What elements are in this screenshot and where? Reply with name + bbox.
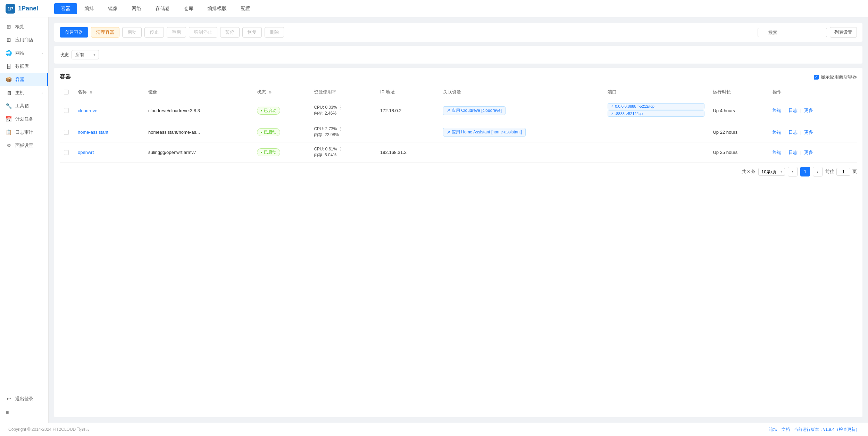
container-uptime-cell: Up 4 hours: [709, 99, 768, 122]
total-count: 共 3 条: [742, 168, 756, 175]
footer-link-docs[interactable]: 文档: [782, 427, 790, 433]
related-icon: ↗: [447, 130, 450, 135]
sidebar-item-host[interactable]: 🖥主机›: [0, 86, 48, 99]
action-sep-1: |: [784, 108, 785, 113]
nav-tab-template[interactable]: 编排模版: [201, 3, 233, 14]
name-sort-icon[interactable]: ⇅: [90, 90, 92, 94]
nav-tab-volume[interactable]: 存储卷: [149, 3, 176, 14]
resource-more-icon[interactable]: ⋮: [338, 126, 342, 131]
container-ip: 192.168.31.2: [380, 150, 407, 155]
sidebar-label-overview: 概览: [15, 24, 24, 30]
pause-button[interactable]: 暂停: [220, 27, 240, 38]
related-badge[interactable]: ↗应用 Cloudreve [cloudreve]: [443, 106, 506, 115]
container-uptime-cell: Up 25 hours: [709, 142, 768, 163]
container-name-link[interactable]: openwrt: [78, 150, 94, 155]
host-icon: 🖥: [6, 90, 12, 96]
prev-page-button[interactable]: ‹: [788, 167, 798, 176]
sidebar-label-website: 网站: [15, 50, 24, 56]
container-actions-cell: 终端 | 日志 | 更多: [768, 122, 857, 142]
row-checkbox[interactable]: [64, 108, 69, 113]
force-stop-button[interactable]: 强制停止: [189, 27, 217, 38]
row-checkbox[interactable]: [64, 150, 69, 155]
container-name-link[interactable]: home-assistant: [78, 130, 108, 135]
select-all-checkbox[interactable]: [64, 90, 69, 94]
sidebar-item-toolbox[interactable]: 🔧工具箱: [0, 99, 48, 113]
resource-more-icon[interactable]: ⋮: [338, 105, 342, 110]
show-appstore-toggle[interactable]: 显示应用商店容器: [814, 74, 857, 80]
page-1-button[interactable]: 1: [800, 167, 810, 176]
sidebar-item-container[interactable]: 📦容器: [0, 73, 48, 86]
sidebar-label-settings: 面板设置: [15, 142, 33, 149]
container-table: 名称 ⇅ 镜像 状态 ⇅ 资源使用率 IP 地址 关联资源 端口 运行时长 操作…: [60, 85, 857, 163]
col-ip: IP 地址: [376, 85, 439, 99]
row-checkbox[interactable]: [64, 130, 69, 135]
sidebar-item-audit[interactable]: 📋日志审计: [0, 126, 48, 139]
container-ports-cell: [603, 122, 709, 142]
resource-more-icon[interactable]: ⋮: [338, 147, 342, 151]
logo: 1P 1Panel: [6, 4, 54, 14]
goto-input[interactable]: [836, 168, 850, 176]
footer: Copyright © 2014-2024 FIT2CLOUD 飞致云 论坛文档…: [0, 423, 868, 436]
sidebar-label-container: 容器: [15, 76, 24, 83]
more-link[interactable]: 更多: [804, 107, 813, 114]
stop-button[interactable]: 停止: [144, 27, 164, 38]
nav-tab-config[interactable]: 配置: [234, 3, 257, 14]
more-link[interactable]: 更多: [804, 129, 813, 135]
nav-tab-network[interactable]: 网络: [125, 3, 148, 14]
footer-link-forum[interactable]: 论坛: [769, 427, 777, 433]
sidebar-item-appstore[interactable]: ⊞应用商店: [0, 33, 48, 47]
sidebar-item-logout[interactable]: ↩退出登录: [0, 392, 48, 405]
restore-button[interactable]: 恢复: [242, 27, 262, 38]
cpu-usage: CPU: 0.03% ⋮: [314, 105, 372, 110]
status-badge: 已启动: [257, 148, 280, 156]
task-icon: 📅: [6, 116, 12, 122]
create-container-button[interactable]: 创建容器: [60, 27, 88, 38]
start-button[interactable]: 启动: [122, 27, 142, 38]
status-sort-icon[interactable]: ⇅: [269, 90, 272, 94]
action-sep-1: |: [784, 150, 785, 155]
delete-button[interactable]: 删除: [265, 27, 284, 38]
list-settings-button[interactable]: 列表设置: [830, 27, 857, 38]
container-name-link[interactable]: cloudreve: [78, 108, 97, 113]
nav-tab-compose[interactable]: 编排: [78, 3, 101, 14]
cleanup-container-button[interactable]: 清理容器: [91, 27, 119, 38]
terminal-link[interactable]: 终端: [773, 149, 782, 156]
toolbar: 创建容器 清理容器 启动 停止 重启 强制停止 暂停 恢复 删除 🔍 列表设置: [54, 23, 862, 42]
restart-button[interactable]: 重启: [167, 27, 186, 38]
sidebar-item-overview[interactable]: ⊞概览: [0, 20, 48, 33]
sidebar-item-task[interactable]: 📅计划任务: [0, 113, 48, 126]
show-appstore-checkbox[interactable]: [814, 75, 819, 80]
page-size-select[interactable]: 10条/页20条/页50条/页: [758, 168, 785, 176]
goto-label: 前往: [825, 168, 834, 175]
footer-link-version[interactable]: 当前运行版本：v1.9.4（检查更新）: [794, 427, 860, 433]
logs-link[interactable]: 日志: [788, 149, 798, 156]
nav-tab-repo[interactable]: 仓库: [177, 3, 200, 14]
status-badge: 已启动: [257, 128, 280, 136]
main-layout: ⊞概览⊞应用商店🌐网站›🗄数据库📦容器🖥主机›🔧工具箱📅计划任务📋日志审计⚙面板…: [0, 17, 868, 423]
sidebar-item-database[interactable]: 🗄数据库: [0, 60, 48, 73]
more-link[interactable]: 更多: [804, 149, 813, 156]
status-filter-select[interactable]: 所有运行中已停止已暂停重启中: [72, 50, 99, 59]
sidebar-toggle-button[interactable]: ≡: [0, 405, 48, 420]
terminal-link[interactable]: 终端: [773, 107, 782, 114]
next-page-button[interactable]: ›: [813, 167, 823, 176]
related-badge[interactable]: ↗应用 Home Assistant [home-assistant]: [443, 128, 526, 137]
sidebar-label-host: 主机: [15, 90, 24, 96]
nav-tab-image[interactable]: 镜像: [101, 3, 124, 14]
sidebar-label-database: 数据库: [15, 63, 29, 69]
footer-copyright: Copyright © 2014-2024 FIT2CLOUD 飞致云: [8, 427, 90, 433]
nav-tabs: 容器编排镜像网络存储卷仓库编排模版配置: [54, 3, 257, 14]
container-ip: 172.18.0.2: [380, 108, 401, 113]
terminal-link[interactable]: 终端: [773, 129, 782, 135]
logs-link[interactable]: 日志: [788, 129, 798, 135]
container-actions-cell: 终端 | 日志 | 更多: [768, 99, 857, 122]
sidebar-item-website[interactable]: 🌐网站›: [0, 47, 48, 60]
resource-usage: CPU: 0.03% ⋮ 内存: 2.46%: [314, 105, 372, 116]
table-title: 容器: [60, 73, 71, 81]
search-input[interactable]: [758, 28, 827, 37]
logs-link[interactable]: 日志: [788, 107, 798, 114]
sidebar-label-appstore: 应用商店: [15, 37, 33, 43]
sidebar-item-settings[interactable]: ⚙面板设置: [0, 139, 48, 152]
container-name-cell: cloudreve: [74, 99, 144, 122]
nav-tab-container[interactable]: 容器: [54, 3, 77, 14]
